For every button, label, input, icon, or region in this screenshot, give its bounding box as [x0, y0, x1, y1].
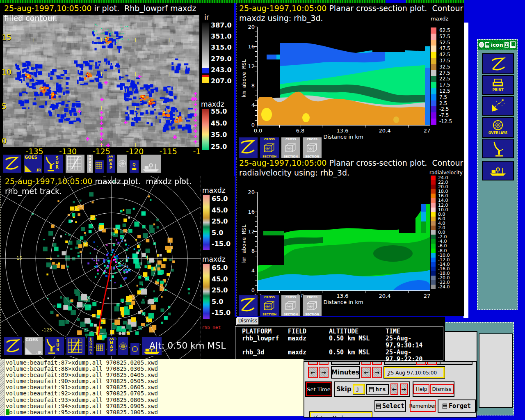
- window-terminal[interactable]: volume:beaufait:87>xdump.all 970825.0205…: [0, 359, 304, 416]
- window-menu-icon[interactable]: [479, 42, 484, 48]
- step-forward-button[interactable]: →: [319, 367, 329, 378]
- radar-colorbar-panel: maxdz 65.045.025.05.0-15.0 maxdz 65.045.…: [201, 176, 235, 359]
- bounds-button[interactable]: BOUNDS: [87, 336, 94, 356]
- ir-satellite-image[interactable]: [3, 15, 199, 147]
- xs-maxdz-colorbar-title: maxdz: [431, 16, 448, 22]
- cube-icon: [283, 300, 299, 312]
- cross-label: CROSS: [285, 296, 296, 299]
- iconify-icon[interactable]: [485, 42, 490, 48]
- small-grid-button[interactable]: [94, 160, 105, 173]
- clipped-button[interactable]: [308, 361, 318, 365]
- minutes-forward-button[interactable]: →: [372, 367, 382, 378]
- map-button[interactable]: MAP: [106, 154, 116, 173]
- cross-section-button[interactable]: CROSS SECTION: [302, 137, 322, 158]
- sur-radar-button[interactable]: SUR: [43, 154, 64, 173]
- cross-label: CROSS: [264, 296, 275, 299]
- zebra-menu-button[interactable]: [238, 294, 258, 316]
- xs-vel-dismiss-button[interactable]: Dismiss: [237, 317, 259, 325]
- cross-section-button-active[interactable]: CROSS SECTION: [259, 137, 280, 158]
- maximize-icon[interactable]: [510, 41, 516, 48]
- goes-ir-button[interactable]: GOES .IR: [24, 336, 43, 356]
- bounds-button[interactable]: BOUNDS: [86, 154, 94, 173]
- xs-maxdz-y-axis-title: km above MSL: [241, 44, 247, 98]
- history-mode-value: History Mode: [313, 415, 346, 418]
- goes-ir-button[interactable]: GOES .IR: [23, 154, 43, 173]
- skip-input-field[interactable]: 1 ^: [353, 384, 365, 394]
- cell-time: 25-Aug-97,9:22:20: [386, 349, 435, 361]
- table-row[interactable]: rhb_lowprf maxdz 0.50 km MSL 25-Aug-97,9…: [242, 335, 435, 349]
- radar-toolbar: GOES .IR SUR BOUNDS MAP: [3, 336, 162, 356]
- window-ir-plot: 25-aug-1997,10:05:00 ir plot. Rhb_lowprf…: [0, 3, 234, 176]
- ship-panel-button[interactable]: [482, 161, 514, 180]
- radar-scope-icon: [119, 342, 128, 351]
- buoy-button[interactable]: [129, 160, 139, 173]
- zebra-main-button[interactable]: [482, 53, 514, 74]
- clipped-button[interactable]: [440, 361, 472, 365]
- overlays-button[interactable]: OVERLAYS: [482, 117, 514, 138]
- satellite-button[interactable]: [482, 96, 514, 116]
- dialog-dismiss-button[interactable]: Dismiss: [430, 384, 454, 394]
- terminal-scrollbar[interactable]: [0, 359, 5, 416]
- select-menu-button[interactable]: Select: [374, 400, 406, 412]
- cross-section-button[interactable]: CROSS SECTION: [302, 294, 322, 316]
- set-time-button[interactable]: Set Time: [306, 382, 331, 396]
- xs-vel-timestamp: 25-aug-1997,10:05:00: [239, 158, 326, 167]
- top-strip-gap: [386, 0, 406, 3]
- radar-ppi-display[interactable]: [1, 176, 201, 359]
- history-mode-field[interactable]: History Mode ^: [310, 412, 372, 418]
- forget-menu-button[interactable]: Forget: [438, 399, 476, 413]
- terminal-text: volume:beaufait:87>xdump.all 970825.0205…: [6, 360, 158, 415]
- cross-section-button[interactable]: CROSS SECTION: [281, 137, 301, 158]
- zebra-menu-button[interactable]: [238, 137, 258, 158]
- resize-icon[interactable]: [504, 42, 509, 48]
- grid-survey-button[interactable]: [65, 154, 85, 173]
- icon-panel-titlebar[interactable]: icon: [478, 40, 517, 50]
- cell-altitude: 0.50 km MSL: [329, 349, 386, 361]
- step-back-button[interactable]: ←: [308, 367, 318, 378]
- maxdz-cross-section-plot[interactable]: [257, 27, 430, 126]
- radar-scope-button[interactable]: [117, 336, 129, 356]
- circle-marker-button[interactable]: [130, 342, 140, 356]
- clipped-button[interactable]: [416, 361, 426, 365]
- radar-scope-button[interactable]: [116, 154, 128, 173]
- ir-maxdz-colorbar-title: maxdz: [201, 100, 224, 108]
- zebra-menu-button[interactable]: [2, 154, 22, 173]
- remember-button[interactable]: Remember: [410, 400, 436, 412]
- print-button[interactable]: PRINT: [482, 75, 514, 95]
- section-label: SECTION: [262, 155, 276, 158]
- clipped-button[interactable]: [372, 361, 382, 365]
- clipped-button[interactable]: [319, 361, 329, 365]
- menu-icon: [369, 387, 374, 392]
- cross-section-button-active[interactable]: CROSS SECTION: [259, 294, 280, 316]
- ir-colorbar-panel: ir 387.0351.0315.0279.0243.0207.0 maxdz …: [200, 3, 234, 176]
- radar-lat-label: 15: [16, 256, 22, 261]
- map-button[interactable]: MAP: [107, 336, 116, 356]
- small-grid-button[interactable]: [95, 342, 106, 356]
- sur-radar-button[interactable]: SUR: [44, 336, 65, 356]
- goes-ir-label: .IR: [36, 351, 42, 355]
- cross-section-button[interactable]: CROSS SECTION: [281, 294, 301, 316]
- antenna-button[interactable]: [482, 139, 514, 158]
- clipped-button[interactable]: [331, 361, 360, 365]
- clipped-button[interactable]: [361, 361, 371, 365]
- ir-maxdz-colorbar-strip: [202, 109, 209, 150]
- minutes-button[interactable]: Minutes: [331, 366, 360, 379]
- zebra-z-icon: [239, 137, 256, 156]
- grid-survey-button[interactable]: [66, 336, 86, 356]
- ship-button[interactable]: [140, 154, 162, 173]
- skip-forward-button[interactable]: →: [400, 383, 408, 395]
- clipped-button[interactable]: [427, 361, 437, 365]
- ir-toolbar: GOES .IR SUR BOUNDS MAP: [2, 154, 162, 173]
- window-time-control-dialog: ← → Minutes ← → 25-Aug-97,10:05:00 ^ Set…: [304, 361, 477, 418]
- velocity-cross-section-plot[interactable]: [257, 192, 430, 291]
- skip-back-button[interactable]: ←: [390, 383, 398, 395]
- help-button[interactable]: Help: [413, 384, 429, 394]
- hrs-menu-button[interactable]: hrs: [366, 384, 388, 395]
- terminal-line: volume:beaufait:95>xdump.all 970825.1005…: [6, 409, 158, 415]
- time-input-field[interactable]: 25-Aug-97,10:05:00 ^: [384, 367, 445, 378]
- minutes-back-button[interactable]: ←: [361, 367, 371, 378]
- zebra-menu-button[interactable]: [3, 336, 23, 356]
- cross-label: CROSS: [307, 296, 317, 299]
- window-cross-section-maxdz: 25-aug-1997,10:05:00 Planar cross-sectio…: [236, 3, 464, 158]
- radar-colorbar-title-1: maxdz: [202, 186, 226, 194]
